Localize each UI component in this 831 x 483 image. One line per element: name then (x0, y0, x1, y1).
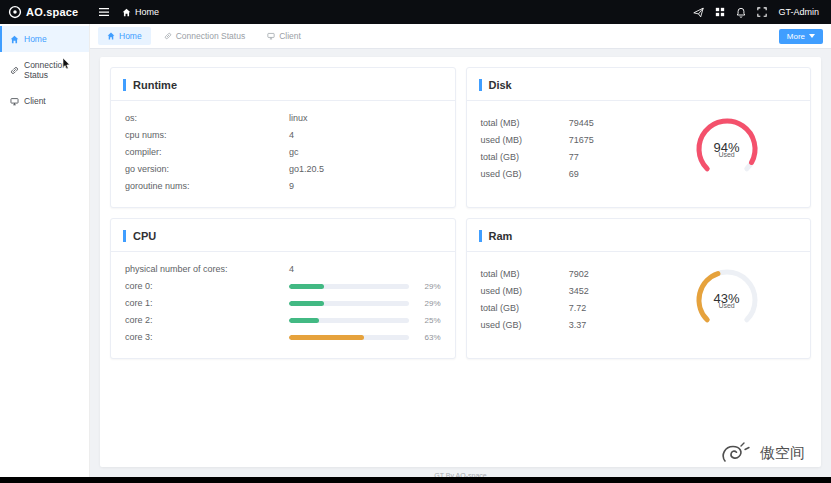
info-label: goroutine nums: (125, 178, 289, 195)
sidebar-item-home[interactable]: Home (0, 26, 89, 52)
more-button[interactable]: More (779, 29, 823, 44)
app-logo: AO.space (0, 5, 90, 19)
cpu-card: CPU physical number of cores:4 core 0:29… (110, 218, 456, 359)
disk-gauge-area: 94%Used (657, 110, 796, 188)
sidebar-item-client[interactable]: Client (0, 88, 89, 114)
progress-percent: 29% (409, 278, 441, 295)
grid-icon[interactable] (715, 7, 725, 17)
hamburger-menu-icon[interactable] (98, 7, 110, 17)
info-row: total (GB)7.72 (481, 300, 658, 317)
main-content: Runtime os:linuxcpu nums:4compiler:gcgo … (90, 49, 831, 483)
sidebar-item-label: Client (24, 96, 46, 106)
monitor-icon (10, 97, 19, 106)
fullscreen-icon[interactable] (757, 7, 767, 17)
home-icon (107, 32, 115, 40)
info-label: physical number of cores: (125, 261, 289, 278)
card-grid: Runtime os:linuxcpu nums:4compiler:gcgo … (110, 67, 811, 359)
ram-body: total (MB)7902used (MB)3452total (GB)7.7… (467, 252, 811, 351)
link-icon (164, 32, 172, 40)
link-icon (10, 66, 19, 75)
ram-rows: total (MB)7902used (MB)3452total (GB)7.7… (481, 266, 658, 334)
info-row: used (MB)71675 (481, 132, 658, 149)
gauge-label: Used (718, 302, 734, 309)
info-row: total (MB)7902 (481, 266, 658, 283)
runtime-card: Runtime os:linuxcpu nums:4compiler:gcgo … (110, 67, 456, 208)
runtime-rows: os:linuxcpu nums:4compiler:gcgo version:… (111, 101, 455, 207)
info-label: go version: (125, 161, 289, 178)
logo-text: AO.space (26, 6, 78, 18)
card-header: CPU (111, 219, 455, 252)
watermark: 傲空间 (719, 440, 805, 467)
info-label: compiler: (125, 144, 289, 161)
sidebar-item-connection-status[interactable]: Connection Status (0, 52, 89, 88)
ram-usage-gauge: 43%Used (688, 261, 766, 339)
progress-fill (289, 301, 324, 306)
cpu-core-bars: core 0:29%core 1:29%core 2:25%core 3:63% (125, 278, 441, 346)
tab-client[interactable]: Client (258, 27, 310, 45)
progress-percent: 29% (409, 295, 441, 312)
info-value: gc (289, 144, 440, 161)
topbar: AO.space Home GT-Admin (0, 0, 831, 24)
cpu-core-label: core 3: (125, 329, 289, 346)
topbar-actions: GT-Admin (693, 7, 831, 18)
bottom-black-strip (0, 477, 831, 483)
info-label: total (MB) (481, 266, 569, 283)
info-row: total (MB)79445 (481, 115, 658, 132)
info-value: 7.72 (569, 300, 657, 317)
info-label: cpu nums: (125, 127, 289, 144)
progress-fill (289, 318, 319, 323)
info-value: 79445 (569, 115, 657, 132)
cpu-core-row: core 3:63% (125, 329, 441, 346)
cpu-core-label: core 0: (125, 278, 289, 295)
card-header: Ram (467, 219, 811, 252)
info-row: used (GB)3.37 (481, 317, 658, 334)
tab-home[interactable]: Home (98, 27, 151, 45)
disk-rows: total (MB)79445used (MB)71675total (GB)7… (481, 115, 658, 183)
cpu-body: physical number of cores:4 core 0:29%cor… (111, 252, 455, 358)
user-menu[interactable]: GT-Admin (778, 7, 819, 17)
tab-label: Client (279, 31, 301, 41)
info-label: total (GB) (481, 300, 569, 317)
disk-usage-gauge: 94%Used (688, 110, 766, 188)
progress-track (289, 318, 408, 323)
content-area: Home Connection Status Client More (90, 24, 831, 483)
tab-label: Home (119, 31, 142, 41)
card-title: CPU (123, 230, 156, 242)
bell-icon[interactable] (736, 7, 746, 18)
breadcrumb[interactable]: Home (122, 7, 159, 17)
card-title: Runtime (123, 79, 177, 91)
cpu-core-label: core 1: (125, 295, 289, 312)
info-value: linux (289, 110, 440, 127)
info-label: used (MB) (481, 283, 569, 300)
info-value: go1.20.5 (289, 161, 440, 178)
progress-track (289, 301, 408, 306)
ram-gauge-area: 43%Used (657, 261, 796, 339)
home-icon (10, 35, 19, 44)
info-row: cpu nums:4 (125, 127, 441, 144)
progress-percent: 25% (409, 312, 441, 329)
info-value: 69 (569, 166, 657, 183)
progress-track (289, 284, 408, 289)
info-row: os:linux (125, 110, 441, 127)
cpu-core-label: core 2: (125, 312, 289, 329)
monitor-icon (267, 32, 275, 40)
info-value: 3.37 (569, 317, 657, 334)
info-value: 77 (569, 149, 657, 166)
card-header: Disk (467, 68, 811, 101)
cpu-core-row: core 2:25% (125, 312, 441, 329)
card-header: Runtime (111, 68, 455, 101)
progress-fill (289, 284, 324, 289)
info-row: used (GB)69 (481, 166, 658, 183)
info-value: 4 (289, 127, 440, 144)
card-title: Disk (479, 79, 512, 91)
watermark-logo (719, 440, 753, 467)
tab-connection-status[interactable]: Connection Status (155, 27, 254, 45)
cpu-core-row: core 1:29% (125, 295, 441, 312)
sidebar-item-label: Home (24, 34, 47, 44)
info-label: os: (125, 110, 289, 127)
ram-card: Ram total (MB)7902used (MB)3452total (GB… (466, 218, 812, 359)
info-value: 7902 (569, 266, 657, 283)
dashboard-panel: Runtime os:linuxcpu nums:4compiler:gcgo … (100, 57, 821, 467)
send-icon[interactable] (693, 7, 704, 18)
tab-label: Connection Status (176, 31, 245, 41)
